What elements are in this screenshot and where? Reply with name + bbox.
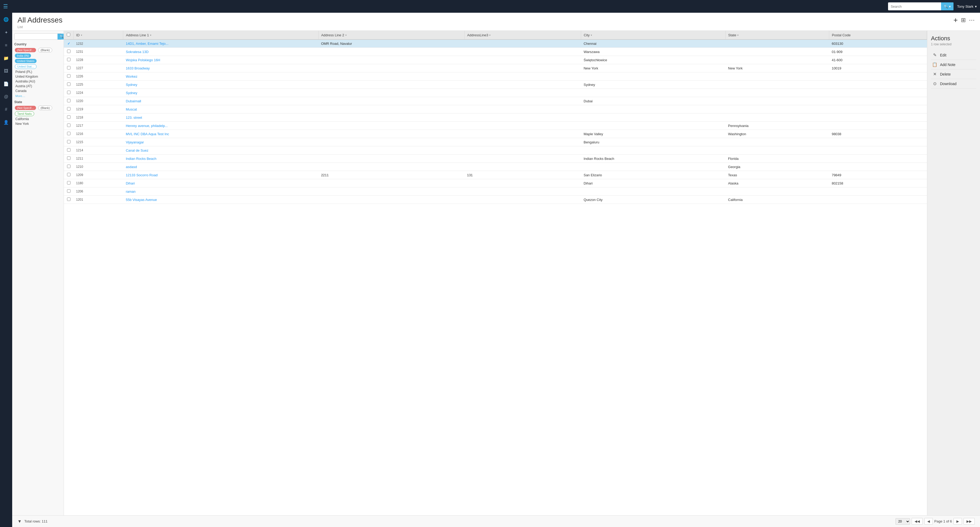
filter-not-specified-state[interactable]: (Not Specif... xyxy=(15,106,36,110)
filter-australia[interactable]: Australia (AU) xyxy=(14,79,62,84)
person-icon[interactable]: 👤 xyxy=(2,118,10,126)
folder-icon[interactable]: 📁 xyxy=(2,54,10,62)
row-checkbox-cell[interactable] xyxy=(64,138,73,146)
row-checkbox-cell[interactable] xyxy=(64,56,73,64)
row-checkbox[interactable] xyxy=(67,49,70,53)
row-checkbox-cell[interactable] xyxy=(64,154,73,163)
row-checkbox[interactable] xyxy=(67,197,70,201)
select-all-header[interactable] xyxy=(64,31,73,40)
row-checkbox[interactable] xyxy=(67,189,70,193)
filter-search-button[interactable]: 🔍 xyxy=(57,33,64,40)
filter-blank-state[interactable]: (Blank) xyxy=(38,105,52,110)
filter-united-kingdom[interactable]: United Kingdom xyxy=(14,74,62,79)
row-addr1[interactable]: Sydney xyxy=(123,89,318,97)
filter-united-states[interactable]: United States xyxy=(15,59,37,63)
row-addr1[interactable]: Henrey avenue, philadelp... xyxy=(123,122,318,130)
edit-action[interactable]: ✎ Edit xyxy=(931,50,976,60)
row-checkbox[interactable] xyxy=(67,165,70,168)
download-action[interactable]: ⊙ Download xyxy=(931,79,976,89)
row-addr1[interactable]: Dubaimall xyxy=(123,97,318,105)
next-page-button[interactable]: ▶ xyxy=(953,518,962,525)
row-checkbox[interactable] xyxy=(67,99,70,102)
row-addr1[interactable]: Sydney xyxy=(123,81,318,89)
row-checkbox[interactable] xyxy=(67,124,70,127)
row-checkbox[interactable] xyxy=(67,91,70,94)
filter-india[interactable]: India (IN) xyxy=(15,54,31,58)
row-addr1[interactable]: 123. street xyxy=(123,113,318,122)
prev-page-button[interactable]: ◀ xyxy=(924,518,933,525)
row-checkbox-cell[interactable] xyxy=(64,171,73,179)
select-all-checkbox[interactable] xyxy=(67,33,70,36)
row-addr1[interactable]: 12133 Socorro Road xyxy=(123,171,318,179)
row-checkbox-cell[interactable] xyxy=(64,122,73,130)
add-note-action[interactable]: 📋 Add Note xyxy=(931,60,976,70)
filter-austria[interactable]: Austria (AT) xyxy=(14,84,62,89)
col-state[interactable]: State ▾ xyxy=(725,31,829,40)
row-addr1[interactable]: Canal de Suez xyxy=(123,146,318,154)
layers-icon[interactable]: ≡ xyxy=(3,41,9,49)
document-icon[interactable]: 📄 xyxy=(2,80,10,88)
row-checkbox-cell[interactable] xyxy=(64,89,73,97)
image-icon[interactable]: 🖼 xyxy=(2,67,10,75)
chart-icon[interactable]: ✦ xyxy=(3,29,10,37)
filter-tamil-nadu[interactable]: Tamil Nadu xyxy=(15,111,34,116)
row-addr1[interactable]: Indian Rocks Beach xyxy=(123,154,318,163)
filter-not-specified-country[interactable]: (Not Specif... xyxy=(15,48,36,52)
row-addr1[interactable]: Wojska Polskiego 16H xyxy=(123,56,318,64)
col-postal[interactable]: Postal Code xyxy=(829,31,927,40)
col-id[interactable]: ID ▾ xyxy=(73,31,123,40)
delete-action[interactable]: ✕ Delete xyxy=(931,70,976,79)
row-checkbox-cell[interactable] xyxy=(64,64,73,72)
row-addr1[interactable]: asdasd xyxy=(123,163,318,171)
col-addr1[interactable]: Address Line 1 ▾ xyxy=(123,31,318,40)
filter-new-york[interactable]: New York xyxy=(14,121,62,126)
email-icon[interactable]: @ xyxy=(2,93,10,101)
row-checkbox[interactable] xyxy=(67,181,70,185)
hash-icon[interactable]: # xyxy=(3,105,9,113)
table-container[interactable]: ID ▾ Address Line 1 ▾ xyxy=(64,31,927,515)
more-options-button[interactable]: ⋯ xyxy=(969,17,975,24)
row-addr1[interactable]: Sokratesa 13D xyxy=(123,48,318,56)
filter-canada[interactable]: Canada xyxy=(14,89,62,93)
last-page-button[interactable]: ▶▶ xyxy=(964,518,975,525)
globe-icon[interactable]: 🌐 xyxy=(2,15,10,24)
hamburger-icon[interactable]: ☰ xyxy=(3,3,8,10)
col-city[interactable]: City ▾ xyxy=(581,31,725,40)
grid-view-button[interactable]: ⊞ xyxy=(961,17,966,24)
page-size-select[interactable]: 20 50 100 xyxy=(896,518,910,525)
filter-toggle-icon[interactable]: ▼ xyxy=(18,519,22,524)
row-checkbox[interactable] xyxy=(67,66,70,70)
row-checkbox-cell[interactable] xyxy=(64,196,73,204)
row-checkbox[interactable] xyxy=(67,83,70,86)
row-addr1[interactable]: raman xyxy=(123,188,318,196)
row-checkbox[interactable] xyxy=(67,148,70,152)
row-checkbox-cell[interactable] xyxy=(64,163,73,171)
row-addr1[interactable]: MVL INC DBA Aqua Test Inc xyxy=(123,130,318,138)
filter-united-stat-outline[interactable]: United Stat... xyxy=(15,64,37,69)
row-checkbox-cell[interactable] xyxy=(64,113,73,122)
row-checkbox[interactable] xyxy=(67,132,70,135)
col-addr2[interactable]: Address Line 2 ▾ xyxy=(318,31,464,40)
search-button[interactable]: 🔍 ▾ xyxy=(941,2,953,10)
row-checkbox[interactable] xyxy=(67,74,70,78)
row-addr1[interactable]: Workez xyxy=(123,72,318,81)
row-checkbox[interactable] xyxy=(67,156,70,160)
first-page-button[interactable]: ◀◀ xyxy=(912,518,923,525)
row-checkbox[interactable] xyxy=(67,173,70,176)
row-checkbox-cell[interactable] xyxy=(64,97,73,105)
row-checkbox[interactable] xyxy=(67,140,70,143)
row-checkbox-cell[interactable] xyxy=(64,179,73,188)
filter-california[interactable]: California xyxy=(14,117,62,121)
row-checkbox[interactable] xyxy=(67,115,70,119)
row-addr1[interactable]: 55b Visayas Avenue xyxy=(123,196,318,204)
filter-search-input[interactable] xyxy=(14,33,57,40)
row-checkbox-cell[interactable] xyxy=(64,48,73,56)
row-addr1[interactable]: Vijayanagar xyxy=(123,138,318,146)
filter-country-more[interactable]: More.... xyxy=(14,94,26,98)
search-input[interactable] xyxy=(888,5,941,8)
row-checkbox-cell[interactable] xyxy=(64,72,73,81)
row-checkbox-cell[interactable] xyxy=(64,130,73,138)
row-addr1[interactable]: Muscat xyxy=(123,105,318,113)
filter-blank-country[interactable]: (Blank) xyxy=(38,48,52,53)
row-checkbox-cell[interactable] xyxy=(64,146,73,154)
